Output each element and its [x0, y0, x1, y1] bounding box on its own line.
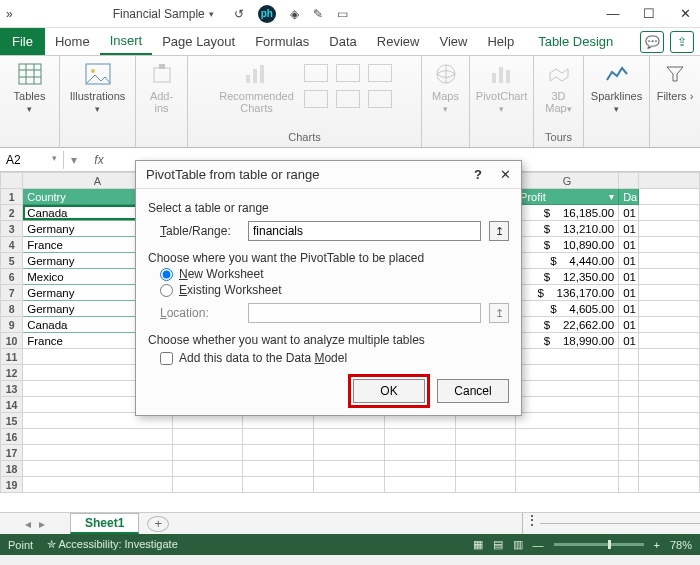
- fx-icon[interactable]: fx: [84, 153, 114, 167]
- ok-button[interactable]: OK: [353, 379, 425, 403]
- dialog-title: PivotTable from table or range: [146, 167, 319, 182]
- 3d-map-button[interactable]: 3D Map▾: [534, 60, 584, 115]
- tab-insert[interactable]: Insert: [100, 28, 153, 55]
- cancel-button[interactable]: Cancel: [437, 379, 509, 403]
- tab-view[interactable]: View: [429, 28, 477, 55]
- dialog-section-multitable: Choose whether you want to analyze multi…: [148, 333, 509, 347]
- sheet-tab-bar: ◂▸ Sheet1 + ⋮: [0, 512, 700, 534]
- new-worksheet-label[interactable]: New Worksheet: [179, 267, 263, 281]
- pivottable-dialog: PivotTable from table or range ? ✕ Selec…: [135, 160, 522, 416]
- sparkline-icon: [603, 60, 631, 88]
- pivotchart-button[interactable]: PivotChart▾: [477, 60, 527, 115]
- new-sheet-button[interactable]: +: [147, 516, 169, 532]
- zoom-slider[interactable]: [554, 543, 644, 546]
- recommended-charts-icon: [243, 60, 271, 88]
- location-label: Location:: [160, 306, 240, 320]
- tab-table-design[interactable]: Table Design: [528, 28, 623, 55]
- picture-icon: [84, 60, 112, 88]
- empty-row[interactable]: 18: [1, 461, 700, 477]
- tab-page-layout[interactable]: Page Layout: [152, 28, 245, 55]
- range-label: Table/Range:: [160, 224, 240, 238]
- svg-marker-16: [550, 69, 568, 81]
- status-mode: Point: [8, 539, 33, 551]
- document-title[interactable]: Financial Sample▾: [113, 7, 214, 21]
- tab-help[interactable]: Help: [477, 28, 524, 55]
- dialog-close-button[interactable]: ✕: [500, 167, 511, 182]
- titlebar: » Financial Sample▾ ↺ ph ◈ ✎ ▭ — ☐ ✕: [0, 0, 700, 28]
- svg-rect-11: [260, 65, 264, 83]
- empty-row[interactable]: 17: [1, 445, 700, 461]
- svg-rect-13: [492, 73, 496, 83]
- addins-button[interactable]: Add- ins: [137, 60, 187, 114]
- zoom-in-button[interactable]: +: [654, 539, 660, 551]
- close-window-button[interactable]: ✕: [676, 6, 694, 21]
- location-ref-button[interactable]: ↥: [489, 303, 509, 323]
- filter-icon: [661, 60, 689, 88]
- range-ref-button[interactable]: ↥: [489, 221, 509, 241]
- window-icon[interactable]: ▭: [337, 7, 348, 21]
- filters-button[interactable]: Filters ›: [650, 60, 700, 102]
- recommended-charts-button[interactable]: Recommended Charts: [218, 60, 296, 114]
- comments-button[interactable]: 💬: [640, 31, 664, 53]
- svg-point-6: [91, 69, 95, 73]
- tab-data[interactable]: Data: [319, 28, 366, 55]
- tours-group-label: Tours: [545, 129, 572, 143]
- zoom-level[interactable]: 78%: [670, 539, 692, 551]
- svg-rect-14: [499, 67, 503, 83]
- status-bar: Point ✮ Accessibility: Investigate ▦ ▤ ▥…: [0, 534, 700, 555]
- dialog-titlebar[interactable]: PivotTable from table or range ? ✕: [136, 161, 521, 189]
- dialog-section-placement: Choose where you want the PivotTable to …: [148, 251, 509, 265]
- logo-icon: ph: [258, 5, 276, 23]
- tab-review[interactable]: Review: [367, 28, 430, 55]
- empty-row[interactable]: 19: [1, 477, 700, 493]
- dialog-help-button[interactable]: ?: [474, 167, 482, 182]
- name-box[interactable]: A2 ▾: [0, 151, 64, 169]
- data-model-label[interactable]: Add this data to the Data Model: [179, 351, 347, 365]
- empty-row[interactable]: 16: [1, 429, 700, 445]
- sparklines-button[interactable]: Sparklines▾: [592, 60, 642, 115]
- pen-icon[interactable]: ✎: [313, 7, 323, 21]
- 3d-map-icon: [545, 60, 573, 88]
- svg-rect-10: [253, 69, 257, 83]
- illustrations-button[interactable]: Illustrations▾: [73, 60, 123, 115]
- existing-worksheet-label[interactable]: Existing Worksheet: [179, 283, 282, 297]
- minimize-button[interactable]: —: [604, 6, 622, 21]
- svg-rect-15: [506, 70, 510, 83]
- quickaccess-more-icon[interactable]: »: [6, 7, 13, 21]
- view-pagebreak-icon[interactable]: ▥: [513, 538, 523, 551]
- tab-formulas[interactable]: Formulas: [245, 28, 319, 55]
- existing-worksheet-radio[interactable]: [160, 284, 173, 297]
- new-worksheet-radio[interactable]: [160, 268, 173, 281]
- location-input[interactable]: [248, 303, 481, 323]
- tab-home[interactable]: Home: [45, 28, 100, 55]
- svg-rect-9: [246, 75, 250, 83]
- view-normal-icon[interactable]: ▦: [473, 538, 483, 551]
- status-accessibility[interactable]: ✮ Accessibility: Investigate: [47, 538, 178, 551]
- zoom-out-button[interactable]: —: [533, 539, 544, 551]
- diamond-icon[interactable]: ◈: [290, 7, 299, 21]
- maximize-button[interactable]: ☐: [640, 6, 658, 21]
- cancel-formula-icon[interactable]: ▾: [64, 153, 84, 167]
- svg-marker-17: [667, 67, 683, 81]
- view-pagelayout-icon[interactable]: ▤: [493, 538, 503, 551]
- maps-button[interactable]: Maps▾: [421, 60, 471, 115]
- dialog-section-range: Select a table or range: [148, 201, 509, 215]
- sheet-nav-arrows[interactable]: ◂▸: [0, 517, 70, 531]
- share-button[interactable]: ⇪: [670, 31, 694, 53]
- tables-button[interactable]: Tables▾: [5, 60, 55, 115]
- table-icon: [16, 60, 44, 88]
- ribbon-tabs: File Home Insert Page Layout Formulas Da…: [0, 28, 700, 56]
- charts-group-label: Charts: [288, 129, 320, 143]
- svg-rect-8: [159, 64, 165, 69]
- chart-type-gallery[interactable]: [304, 60, 392, 112]
- addins-icon: [148, 60, 176, 88]
- data-model-checkbox[interactable]: [160, 352, 173, 365]
- undo-icon[interactable]: ↺: [234, 7, 244, 21]
- globe-icon: [432, 60, 460, 88]
- pivotchart-icon: [488, 60, 516, 88]
- svg-rect-7: [154, 68, 170, 82]
- tab-file[interactable]: File: [0, 28, 45, 55]
- range-input[interactable]: [248, 221, 481, 241]
- ribbon: Tables▾ Illustrations▾ Add- ins Recommen…: [0, 56, 700, 148]
- sheet-tab[interactable]: Sheet1: [70, 513, 139, 534]
